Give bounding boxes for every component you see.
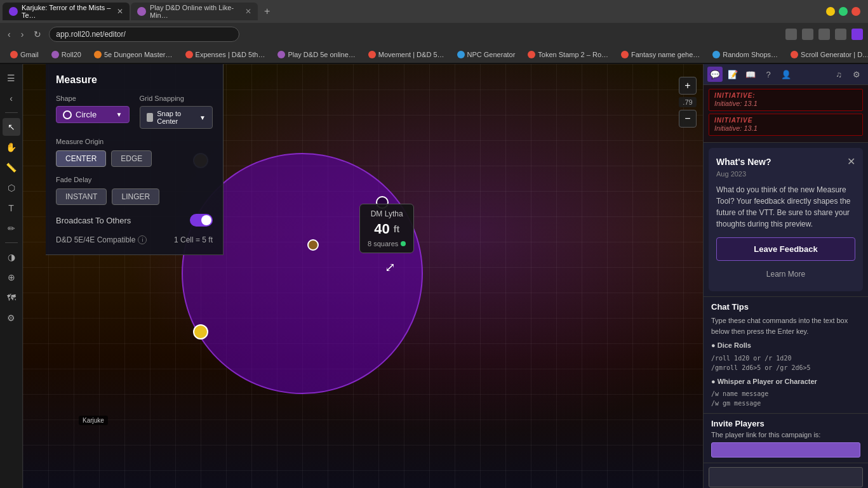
squares-count: 8 squares [368, 240, 398, 247]
bookmark-scroll-gen[interactable]: Scroll Generator | D… [785, 49, 868, 60]
fade-instant-btn[interactable]: INSTANT [56, 188, 107, 205]
shape-value: Circle [76, 110, 97, 119]
tooltip-value: 40 ft [368, 221, 406, 237]
settings-btn[interactable]: ⚙ [849, 67, 864, 82]
bookmark-dungeon-master[interactable]: 5e Dungeon Master… [89, 49, 178, 60]
extension-icon-3[interactable] [818, 29, 830, 40]
whats-new-date: Aug 2023 [716, 170, 855, 178]
tool-target[interactable]: ⊕ [3, 268, 20, 286]
chat-input-area: As: DM Lytha (GM) Send ⚄ [704, 463, 868, 488]
chevron-down-icon: ▼ [116, 111, 123, 118]
compat-label: D&D 5E/4E Compatible [56, 235, 135, 244]
app-container: ☰ ‹ ↖ ✋ 📏 ⬡ T ✏ ◑ ⊕ 🗺 ⚙ Measure Shape Ci… [0, 64, 868, 488]
measure-origin-label: Measure Origin [56, 138, 213, 145]
tool-fog[interactable]: ◑ [3, 248, 20, 266]
tool-collapse[interactable]: ‹ [3, 89, 20, 107]
extension-icon-4[interactable] [835, 29, 846, 40]
profile-icon[interactable] [851, 29, 863, 40]
tab-favicon [9, 7, 18, 16]
compat-row: D&D 5E/4E Compatible i 1 Cell = 5 ft [56, 235, 213, 244]
fade-linger-btn[interactable]: LINGER [112, 188, 159, 205]
move-cursor-icon: ⤢ [385, 260, 396, 275]
token-yellow-2[interactable] [193, 324, 208, 340]
chat-tips-section: Chat Tips Type these chat commands into … [704, 296, 868, 413]
grid-snapping-group: Grid Snapping Snap to Center ▼ [140, 95, 213, 129]
info-icon[interactable]: i [138, 235, 147, 244]
canvas-zoom: + .79 − [679, 77, 697, 128]
circle-icon [63, 110, 72, 119]
grid-snapping-label: Grid Snapping [140, 95, 213, 102]
init-label-1: INITIATIVE: [714, 92, 857, 99]
bookmark-movement[interactable]: Movement | D&D 5… [363, 49, 450, 60]
bookmark-npc-gen[interactable]: NPC Generator [452, 49, 521, 60]
close-btn[interactable] [851, 7, 860, 16]
learn-more-btn[interactable]: Learn More [716, 265, 855, 284]
character-tab-btn[interactable]: 👤 [778, 67, 794, 82]
tool-text[interactable]: T [3, 199, 20, 217]
back-btn[interactable]: ‹ [5, 28, 13, 41]
shape-select[interactable]: Circle ▼ [56, 106, 130, 123]
whats-new-close-btn[interactable]: ✕ [847, 155, 855, 168]
tool-move[interactable]: ✋ [3, 138, 20, 156]
bookmark-icon [712, 51, 720, 58]
zoom-in-btn[interactable]: + [679, 77, 697, 95]
whats-new-body: What do you think of the new Measure Too… [716, 184, 855, 230]
tool-map[interactable]: 🗺 [3, 289, 20, 307]
tab-close-btn[interactable]: ✕ [117, 7, 123, 16]
token-brown[interactable] [307, 239, 319, 251]
broadcast-toggle[interactable] [190, 214, 213, 227]
tool-menu[interactable]: ☰ [3, 69, 20, 87]
forward-btn[interactable]: › [18, 28, 27, 41]
extension-icon-1[interactable] [785, 29, 797, 40]
address-input[interactable] [49, 27, 239, 42]
bookmark-icon [94, 51, 102, 58]
chat-text-input[interactable] [709, 467, 863, 487]
chat-tab-btn[interactable]: 💬 [707, 67, 723, 82]
tab-inactive[interactable]: Play D&D Online with Like-Min… ✕ [131, 3, 258, 20]
new-tab-btn[interactable]: + [259, 3, 275, 20]
init-value-2: Initiative: 13.1 [714, 124, 857, 133]
tooltip-squares: 8 squares [368, 240, 406, 247]
bookmark-expenses[interactable]: Expenses | D&D 5th… [180, 49, 270, 60]
extension-icon-2[interactable] [802, 29, 813, 40]
init-label-prefix-1: Initiative: [714, 100, 744, 107]
bookmark-random-shops[interactable]: Random Shops… [707, 49, 783, 60]
invite-link-field[interactable] [711, 442, 860, 458]
right-panel: 💬 📝 📖 ? 👤 ♫ ⚙ INITIATIVE: Initiative: 13… [703, 64, 868, 488]
minimize-btn[interactable] [826, 7, 835, 16]
bookmark-gmail[interactable]: Gmail [5, 49, 44, 60]
bookmark-fantasy-name[interactable]: Fantasy name gehe… [616, 49, 705, 60]
maximize-btn[interactable] [839, 7, 848, 16]
zoom-level: .79 [679, 97, 696, 107]
tool-ruler[interactable]: 📏 [3, 159, 20, 176]
init-value-1: Initiative: 13.1 [714, 99, 857, 108]
init-label-2: INITIATIVE [714, 117, 857, 124]
journal-tab-btn[interactable]: 📝 [725, 67, 740, 82]
toolbar-separator-2 [5, 242, 18, 243]
tab-close-btn-2[interactable]: ✕ [245, 7, 251, 16]
bookmark-token-stamp[interactable]: Token Stamp 2 – Ro… [523, 49, 613, 60]
origin-edge-btn[interactable]: EDGE [111, 150, 152, 167]
tool-shape[interactable]: ⬡ [3, 179, 20, 197]
zoom-out-btn[interactable]: − [679, 110, 697, 128]
snap-select[interactable]: Snap to Center ▼ [140, 106, 213, 129]
origin-center-btn[interactable]: CENTER [56, 150, 106, 167]
tab-active[interactable]: Karjuke: Terror of the Mists – Te… ✕ [3, 3, 130, 20]
bookmark-play-dnd[interactable]: Play D&D 5e online… [272, 49, 360, 60]
measure-tooltip: DM Lytha 40 ft 8 squares [359, 204, 414, 253]
leave-feedback-btn[interactable]: Leave Feedback [716, 237, 855, 261]
whats-new-panel: What's New? ✕ Aug 2023 What do you think… [709, 148, 863, 291]
tool-select[interactable]: ↖ [3, 118, 20, 136]
refresh-btn[interactable]: ↻ [31, 28, 44, 41]
bookmark-icon [621, 51, 629, 58]
jukebox-btn[interactable]: ♫ [831, 67, 846, 82]
compendium-tab-btn[interactable]: 📖 [743, 67, 758, 82]
tab-label-2: Play D&D Online with Like-Min… [150, 4, 241, 19]
fade-buttons: INSTANT LINGER [56, 188, 213, 205]
bookmark-roll20[interactable]: Roll20 [46, 49, 86, 60]
canvas-area[interactable]: Measure Shape Circle ▼ Grid Snapping Sna… [23, 64, 703, 488]
fade-delay-label: Fade Delay [56, 176, 213, 183]
tool-draw[interactable]: ✏ [3, 220, 20, 237]
help-tab-btn[interactable]: ? [761, 67, 776, 82]
tool-settings[interactable]: ⚙ [3, 309, 20, 327]
